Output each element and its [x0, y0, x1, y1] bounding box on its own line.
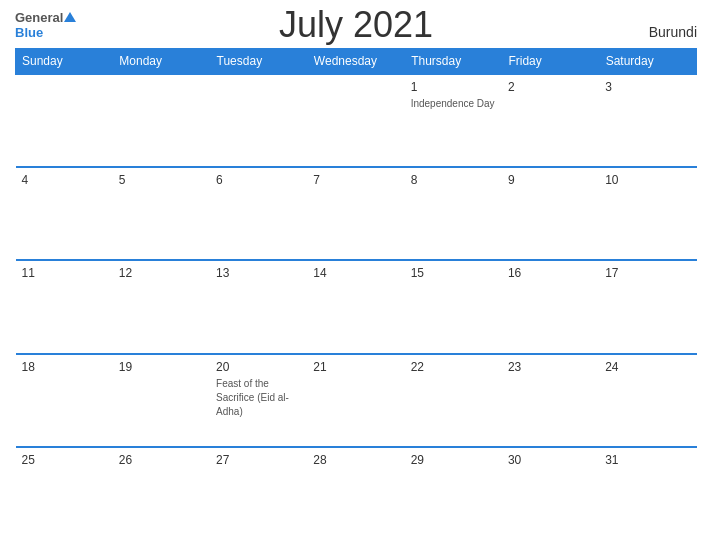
day-cell: 20Feast of the Sacrifice (Eid al-Adha) [210, 354, 307, 447]
day-number: 3 [605, 80, 690, 94]
day-number: 31 [605, 453, 690, 467]
days-header-row: Sunday Monday Tuesday Wednesday Thursday… [16, 49, 697, 75]
day-cell: 28 [307, 447, 404, 540]
calendar-table: Sunday Monday Tuesday Wednesday Thursday… [15, 48, 697, 540]
day-cell [113, 74, 210, 167]
day-cell: 19 [113, 354, 210, 447]
day-cell [210, 74, 307, 167]
day-cell: 26 [113, 447, 210, 540]
day-number: 11 [22, 266, 107, 280]
day-cell: 2 [502, 74, 599, 167]
day-number: 23 [508, 360, 593, 374]
day-number: 30 [508, 453, 593, 467]
day-number: 29 [411, 453, 496, 467]
day-cell: 10 [599, 167, 696, 260]
day-cell: 7 [307, 167, 404, 260]
day-number: 6 [216, 173, 301, 187]
day-number: 24 [605, 360, 690, 374]
day-number: 10 [605, 173, 690, 187]
day-cell: 23 [502, 354, 599, 447]
col-wednesday: Wednesday [307, 49, 404, 75]
day-number: 2 [508, 80, 593, 94]
day-cell [16, 74, 113, 167]
day-cell: 15 [405, 260, 502, 353]
day-number: 27 [216, 453, 301, 467]
day-number: 13 [216, 266, 301, 280]
day-number: 14 [313, 266, 398, 280]
col-monday: Monday [113, 49, 210, 75]
col-sunday: Sunday [16, 49, 113, 75]
week-row-4: 181920Feast of the Sacrifice (Eid al-Adh… [16, 354, 697, 447]
day-number: 17 [605, 266, 690, 280]
logo: General Blue [15, 10, 77, 40]
day-number: 25 [22, 453, 107, 467]
day-cell: 25 [16, 447, 113, 540]
day-number: 5 [119, 173, 204, 187]
day-cell: 11 [16, 260, 113, 353]
day-number: 19 [119, 360, 204, 374]
day-cell: 3 [599, 74, 696, 167]
logo-triangle-icon [64, 12, 76, 22]
col-tuesday: Tuesday [210, 49, 307, 75]
day-cell: 16 [502, 260, 599, 353]
day-cell: 17 [599, 260, 696, 353]
day-cell: 8 [405, 167, 502, 260]
col-thursday: Thursday [405, 49, 502, 75]
day-number: 26 [119, 453, 204, 467]
day-number: 21 [313, 360, 398, 374]
day-number: 1 [411, 80, 496, 94]
logo-general-text: General [15, 10, 63, 25]
day-number: 15 [411, 266, 496, 280]
day-cell: 6 [210, 167, 307, 260]
calendar-title: July 2021 [279, 4, 433, 46]
holiday-label: Independence Day [411, 98, 495, 109]
day-cell: 4 [16, 167, 113, 260]
logo-blue-text: Blue [15, 25, 43, 40]
day-number: 20 [216, 360, 301, 374]
day-cell: 22 [405, 354, 502, 447]
header: General Blue July 2021 Burundi [15, 10, 697, 40]
day-cell: 13 [210, 260, 307, 353]
day-cell: 14 [307, 260, 404, 353]
week-row-5: 25262728293031 [16, 447, 697, 540]
day-number: 4 [22, 173, 107, 187]
day-cell: 5 [113, 167, 210, 260]
day-cell: 30 [502, 447, 599, 540]
day-number: 9 [508, 173, 593, 187]
week-row-2: 45678910 [16, 167, 697, 260]
calendar-container: General Blue July 2021 Burundi Sunday Mo… [0, 0, 712, 550]
day-number: 16 [508, 266, 593, 280]
col-friday: Friday [502, 49, 599, 75]
day-number: 8 [411, 173, 496, 187]
day-cell: 18 [16, 354, 113, 447]
day-number: 7 [313, 173, 398, 187]
col-saturday: Saturday [599, 49, 696, 75]
day-number: 18 [22, 360, 107, 374]
day-cell: 27 [210, 447, 307, 540]
day-cell [307, 74, 404, 167]
day-cell: 24 [599, 354, 696, 447]
week-row-1: 1Independence Day23 [16, 74, 697, 167]
day-cell: 12 [113, 260, 210, 353]
day-cell: 21 [307, 354, 404, 447]
day-number: 28 [313, 453, 398, 467]
day-cell: 29 [405, 447, 502, 540]
country-label: Burundi [649, 24, 697, 40]
day-cell: 9 [502, 167, 599, 260]
day-number: 12 [119, 266, 204, 280]
holiday-label: Feast of the Sacrifice (Eid al-Adha) [216, 378, 289, 417]
day-cell: 31 [599, 447, 696, 540]
day-number: 22 [411, 360, 496, 374]
day-cell: 1Independence Day [405, 74, 502, 167]
week-row-3: 11121314151617 [16, 260, 697, 353]
